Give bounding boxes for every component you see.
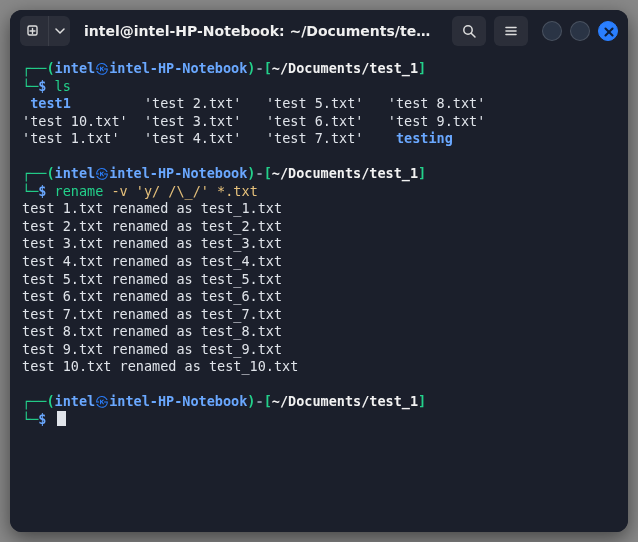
output-line: 'test 1.txt' 'test 4.txt' 'test 7.txt' t…	[22, 130, 616, 148]
titlebar: intel@intel-HP-Notebook: ~/Documents/tes…	[10, 10, 628, 52]
output-line: test 10.txt renamed as test_10.txt	[22, 358, 616, 376]
output-line: test 6.txt renamed as test_6.txt	[22, 288, 616, 306]
chevron-down-icon	[55, 26, 65, 36]
terminal-window: intel@intel-HP-Notebook: ~/Documents/tes…	[10, 10, 628, 532]
output-line: test 1.txt renamed as test_1.txt	[22, 200, 616, 218]
prompt-line-bot: └─$	[22, 411, 616, 429]
terminal-body[interactable]: ┌──(intel㉿intel-HP-Notebook)-[~/Document…	[10, 52, 628, 532]
output-line: 'test 10.txt' 'test 3.txt' 'test 6.txt' …	[22, 113, 616, 131]
new-tab-icon	[26, 23, 42, 39]
maximize-button[interactable]	[570, 21, 590, 41]
hamburger-icon	[503, 23, 519, 39]
new-tab-button[interactable]	[20, 16, 48, 46]
blank-line	[22, 376, 616, 394]
prompt-line-top: ┌──(intel㉿intel-HP-Notebook)-[~/Document…	[22, 393, 616, 411]
output-line: test 8.txt renamed as test_8.txt	[22, 323, 616, 341]
prompt-line-top: ┌──(intel㉿intel-HP-Notebook)-[~/Document…	[22, 60, 616, 78]
search-button[interactable]	[452, 16, 486, 46]
output-line: test 7.txt renamed as test_7.txt	[22, 306, 616, 324]
minimize-button[interactable]	[542, 21, 562, 41]
new-tab-menu-button[interactable]	[48, 16, 70, 46]
output-line: test 5.txt renamed as test_5.txt	[22, 271, 616, 289]
output-line: test1 'test 2.txt' 'test 5.txt' 'test 8.…	[22, 95, 616, 113]
window-controls	[542, 21, 618, 41]
prompt-line-top: ┌──(intel㉿intel-HP-Notebook)-[~/Document…	[22, 165, 616, 183]
output-line: test 9.txt renamed as test_9.txt	[22, 341, 616, 359]
output-line: test 2.txt renamed as test_2.txt	[22, 218, 616, 236]
prompt-line-bot: └─$ rename -v 'y/ /\_/' *.txt	[22, 183, 616, 201]
menu-button[interactable]	[494, 16, 528, 46]
close-button[interactable]	[598, 21, 618, 41]
window-title: intel@intel-HP-Notebook: ~/Documents/tes…	[78, 22, 444, 40]
blank-line	[22, 148, 616, 166]
output-line: test 3.txt renamed as test_3.txt	[22, 235, 616, 253]
output-line: test 4.txt renamed as test_4.txt	[22, 253, 616, 271]
cursor	[57, 411, 66, 426]
prompt-line-bot: └─$ ls	[22, 78, 616, 96]
search-icon	[461, 23, 477, 39]
new-tab-group	[20, 16, 70, 46]
